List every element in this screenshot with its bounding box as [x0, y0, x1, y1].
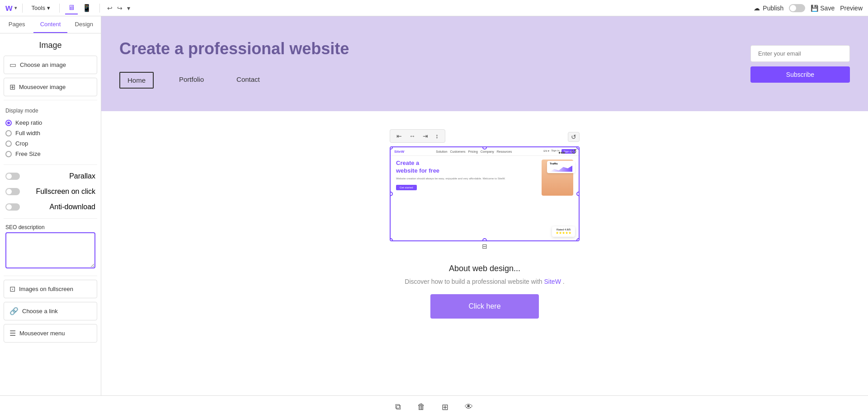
image-frame[interactable]: SiteW Solution Customers Pricing Company…: [390, 146, 580, 241]
publish-button[interactable]: ☁ Publish: [754, 5, 783, 12]
divider-toggles: [4, 164, 97, 165]
choose-link-button[interactable]: 🔗 Choose a link: [4, 302, 97, 320]
display-mode-label: Display mode: [4, 104, 97, 116]
site-header-left: Create a professional website Home Portf…: [119, 39, 750, 89]
bottom-center-control[interactable]: ⊟: [390, 242, 580, 250]
parallax-toggle[interactable]: [5, 173, 20, 180]
email-input[interactable]: [750, 45, 850, 62]
choose-image-icon: ▭: [9, 61, 16, 69]
radio-free-size[interactable]: Free Size: [4, 149, 97, 159]
redo-button[interactable]: ↪: [115, 3, 124, 14]
desktop-device-btn[interactable]: 🖥: [65, 2, 78, 14]
align-right-btn[interactable]: ⇥: [420, 132, 431, 141]
mouseover-menu-icon: ☰: [9, 329, 16, 338]
mouseover-image-icon: ⊞: [9, 83, 15, 91]
reset-btn[interactable]: ↺: [571, 147, 577, 156]
about-link: Discover how to build a professional web…: [405, 278, 564, 285]
nav-portfolio[interactable]: Portfolio: [172, 72, 211, 89]
device-selector: 🖥 📱: [65, 2, 94, 14]
choose-image-button[interactable]: ▭ Choose an image: [4, 56, 97, 74]
publish-toggle[interactable]: [789, 4, 805, 12]
delete-button[interactable]: 🗑: [415, 399, 428, 414]
bottom-toolbar: ⧉ 🗑 ⊞ 👁: [0, 395, 868, 418]
radio-free-size-circle: [5, 151, 12, 157]
radio-crop-circle: [5, 141, 12, 147]
publish-icon: ☁: [754, 5, 760, 12]
history-controls: ↩ ↪ ▾: [105, 3, 132, 14]
tools-label: Tools: [32, 5, 45, 11]
fullscreen-row: Fullscreen on click: [4, 184, 97, 199]
images-fullscreen-button[interactable]: ⊡ Images on fullscreen: [4, 280, 97, 298]
choose-link-label: Choose a link: [22, 308, 58, 315]
handle-mr[interactable]: [576, 192, 580, 196]
free-size-label: Free Size: [15, 150, 41, 157]
handle-bm[interactable]: [482, 238, 487, 241]
site-nav: Home Portfolio Contact: [119, 72, 750, 89]
mouseover-image-button[interactable]: ⊞ Mouseover image: [4, 78, 97, 96]
website-preview: Create a professional website Home Portf…: [101, 16, 868, 418]
fake-screenshot: SiteW Solution Customers Pricing Company…: [391, 147, 579, 240]
fullscreen-toggle[interactable]: [5, 188, 20, 195]
history-dropdown[interactable]: ▾: [125, 3, 132, 14]
image-widget-container: ⇤ ↔ ⇥ ↕ ↺ ••• ↺: [390, 129, 580, 250]
reset-position-btn[interactable]: ↺: [568, 132, 580, 142]
full-width-label: Full width: [15, 130, 40, 136]
copy-icon: ⧉: [395, 402, 401, 411]
logo-chevron[interactable]: ▾: [14, 5, 17, 10]
fake-rating-card: Rated 4.8/5 ★★★★★: [552, 226, 575, 237]
radio-crop[interactable]: Crop: [4, 138, 97, 149]
image-widget-toolbar: ⇤ ↔ ⇥ ↕: [390, 129, 445, 143]
undo-button[interactable]: ↩: [105, 3, 114, 14]
divider-seo: [4, 218, 97, 219]
visibility-button[interactable]: 👁: [462, 399, 476, 414]
save-label: Save: [820, 5, 835, 12]
stretch-btn[interactable]: ↕: [433, 132, 441, 141]
nav-home[interactable]: Home: [119, 72, 154, 89]
align-left-btn[interactable]: ⇤: [394, 132, 405, 141]
sitew-link[interactable]: SiteW: [544, 278, 561, 285]
mouseover-menu-button[interactable]: ☰ Mouseover menu: [4, 324, 97, 343]
fake-chart: [550, 165, 572, 172]
save-button[interactable]: 💾 Save: [811, 5, 835, 12]
mobile-device-btn[interactable]: 📱: [80, 2, 94, 14]
nav-contact[interactable]: Contact: [229, 72, 267, 89]
site-header: Create a professional website Home Portf…: [101, 16, 868, 111]
seo-section: SEO description: [4, 222, 97, 272]
handle-br[interactable]: [576, 238, 580, 241]
parallax-label: Parallax: [69, 172, 95, 180]
radio-keep-ratio[interactable]: Keep ratio: [4, 117, 97, 128]
publish-label: Publish: [763, 5, 783, 12]
delete-icon: 🗑: [417, 402, 425, 411]
context-menu-dots[interactable]: •••: [558, 149, 565, 156]
antidownload-toggle[interactable]: [5, 203, 20, 211]
handle-tr[interactable]: [576, 146, 580, 150]
fake-traffic-card: Traffic: [547, 161, 575, 173]
display-mode-group: Keep ratio Full width Crop Free Size: [4, 116, 97, 161]
panel-title: Image: [4, 37, 97, 56]
tab-content[interactable]: Content: [33, 16, 67, 33]
tab-design[interactable]: Design: [67, 16, 101, 33]
click-here-button[interactable]: Click here: [430, 294, 539, 319]
radio-full-width[interactable]: Full width: [4, 128, 97, 138]
seo-textarea[interactable]: [5, 232, 95, 268]
fake-nav-items: Solution Customers Pricing Company Resou…: [436, 150, 512, 153]
layers-button[interactable]: ⊞: [439, 399, 451, 415]
tools-button[interactable]: Tools ▾: [28, 3, 54, 13]
mouseover-menu-label: Mouseover menu: [19, 330, 65, 337]
fake-stars: ★★★★★: [556, 231, 571, 235]
antidownload-label: Anti-download: [50, 203, 95, 211]
link-icon: 🔗: [9, 307, 19, 315]
site-content: ⇤ ↔ ⇥ ↕ ↺ ••• ↺: [101, 111, 868, 337]
subscribe-button[interactable]: Subscribe: [750, 66, 850, 83]
tab-pages[interactable]: Pages: [0, 16, 33, 33]
canvas-area: Create a professional website Home Portf…: [101, 16, 868, 418]
align-center-btn[interactable]: ↔: [406, 132, 418, 141]
tools-chevron-icon: ▾: [47, 5, 50, 11]
mouseover-image-label: Mouseover image: [19, 84, 66, 90]
preview-button[interactable]: Preview: [840, 5, 863, 12]
copy-button[interactable]: ⧉: [392, 399, 404, 414]
handle-bl[interactable]: [390, 238, 393, 241]
app-logo[interactable]: w ▾: [5, 3, 17, 13]
panel-content: Image ▭ Choose an image ⊞ Mouseover imag…: [0, 33, 101, 418]
site-title: Create a professional website: [119, 39, 750, 58]
